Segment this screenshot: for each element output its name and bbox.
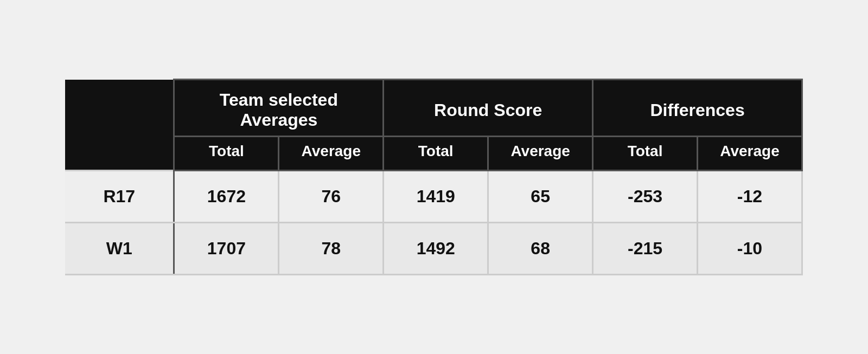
label-sub-empty xyxy=(65,137,174,171)
w1-team-total: 1707 xyxy=(174,223,279,275)
r17-diff-avg: -12 xyxy=(697,171,802,223)
round-total-header: Total xyxy=(384,137,488,171)
round-score-header: Round Score xyxy=(384,80,593,137)
w1-round-avg: 68 xyxy=(488,223,593,275)
diff-avg-header: Average xyxy=(697,137,802,171)
r17-team-total: 1672 xyxy=(174,171,279,223)
w1-diff-total: -215 xyxy=(593,223,698,275)
w1-round-total: 1492 xyxy=(384,223,488,275)
table-row: W1 1707 78 1492 68 -215 -10 xyxy=(65,223,802,275)
w1-team-avg: 78 xyxy=(279,223,384,275)
row-label-r17: R17 xyxy=(65,171,174,223)
team-selected-header: Team selected Averages xyxy=(174,80,384,137)
r17-team-avg: 76 xyxy=(279,171,384,223)
stats-table: Team selected Averages Round Score Diffe… xyxy=(65,79,803,275)
r17-diff-total: -253 xyxy=(593,171,698,223)
label-header-empty xyxy=(65,80,174,137)
header-sub-row: Total Average Total Average Total Averag… xyxy=(65,137,802,171)
team-total-header: Total xyxy=(174,137,279,171)
round-avg-header: Average xyxy=(488,137,593,171)
r17-round-total: 1419 xyxy=(384,171,488,223)
row-label-w1: W1 xyxy=(65,223,174,275)
differences-header: Differences xyxy=(593,80,802,137)
r17-round-avg: 65 xyxy=(488,171,593,223)
header-top-row: Team selected Averages Round Score Diffe… xyxy=(65,80,802,137)
table-row: R17 1672 76 1419 65 -253 -12 xyxy=(65,171,802,223)
diff-total-header: Total xyxy=(593,137,698,171)
w1-diff-avg: -10 xyxy=(697,223,802,275)
stats-table-container: Team selected Averages Round Score Diffe… xyxy=(65,79,803,275)
team-avg-header: Average xyxy=(279,137,384,171)
